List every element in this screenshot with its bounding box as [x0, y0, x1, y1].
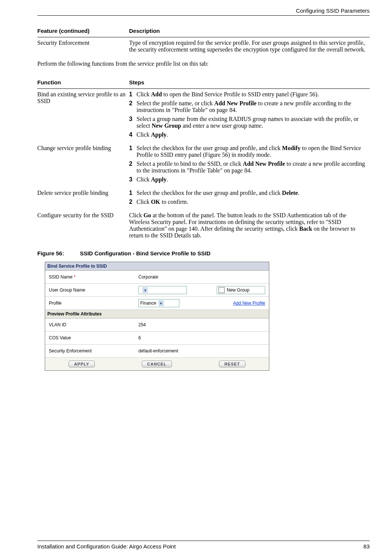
function-cell: Delete service profile binding	[37, 187, 129, 210]
function-cell: Configure security for the SSID	[37, 210, 129, 241]
page-header: Configuring SSID Parameters	[37, 7, 370, 16]
table-row: Delete service profile binding 1Select t…	[37, 187, 370, 210]
step-text: Select a profile to bind to the SSID, or…	[137, 161, 367, 174]
table-row: Configure security for the SSID Click Go…	[37, 210, 370, 241]
new-group-checkbox[interactable]	[219, 287, 225, 293]
vlan-id-label: VLAN ID	[47, 322, 138, 327]
steps-cell: 1Click Add to open the Bind Service Prof…	[129, 89, 370, 143]
ssid-name-value: Corporate	[138, 274, 158, 280]
step-number: 3	[129, 116, 137, 129]
step-number: 2	[129, 161, 137, 174]
description-cell: Type of encryption required for the serv…	[129, 37, 370, 56]
user-group-label: User Group Name	[47, 287, 138, 293]
vlan-id-value: 254	[138, 322, 146, 327]
security-enforcement-label: Security Enforcement	[47, 348, 138, 354]
step-text: Click Apply.	[137, 131, 367, 138]
step-text: Select the checkbox for the user group a…	[137, 190, 367, 196]
step-number: 1	[129, 91, 137, 98]
chevron-down-icon: ▾	[142, 287, 148, 293]
panel-title: Bind Service Profile to SSID	[45, 262, 269, 271]
step-number: 4	[129, 131, 137, 138]
col-header-description: Description	[129, 25, 370, 37]
step-number: 1	[129, 190, 137, 196]
table-row: Security Enforcement Type of encryption …	[37, 37, 370, 56]
step-text: Click Apply.	[137, 176, 367, 183]
step-number: 2	[129, 199, 137, 205]
step-text: Select the profile name, or click Add Ne…	[137, 100, 367, 113]
step-text: Click OK to confirm.	[137, 199, 367, 205]
function-table: Function Steps Bind an existing service …	[37, 76, 370, 241]
figure-title: SSID Configuration - Bind Service Profil…	[80, 250, 210, 256]
footer-left: Installation and Configuration Guide: Ai…	[37, 543, 176, 550]
cos-value: 6	[138, 335, 141, 340]
preview-section-header: Preview Profile Attributes	[45, 310, 269, 318]
ssid-name-label: SSID Name *	[47, 274, 138, 280]
figure-panel: Bind Service Profile to SSID SSID Name *…	[45, 262, 269, 371]
feature-table: Feature (continued) Description Security…	[37, 25, 370, 55]
figure-caption: Figure 56: SSID Configuration - Bind Ser…	[37, 250, 370, 256]
new-group-label: New Group	[227, 287, 250, 293]
feature-cell: Security Enforcement	[37, 37, 129, 56]
intro-text: Perform the following functions from the…	[37, 60, 370, 67]
step-number: 3	[129, 176, 137, 183]
step-number: 1	[129, 145, 137, 158]
steps-cell: 1Select the checkbox for the user group …	[129, 187, 370, 210]
table-row: Change service profile binding 1Select t…	[37, 143, 370, 187]
add-new-profile-link[interactable]: Add New Profile	[233, 301, 265, 306]
figure-label: Figure 56:	[37, 250, 78, 256]
steps-cell: Click Go at the bottom of the panel. The…	[129, 210, 370, 241]
user-group-select[interactable]: ▾	[138, 286, 187, 294]
security-enforcement-value: default-enforcement	[138, 348, 178, 354]
function-cell: Change service profile binding	[37, 143, 129, 187]
profile-label: Profile	[47, 301, 138, 306]
table-row: Bind an existing service profile to an S…	[37, 89, 370, 143]
step-text: Select a group name from the existing RA…	[137, 116, 367, 129]
function-cell: Bind an existing service profile to an S…	[37, 89, 129, 143]
step-text: Click Add to open the Bind Service Profi…	[137, 91, 367, 98]
steps-cell: 1Select the checkbox for the user group …	[129, 143, 370, 187]
col-header-feature: Feature (continued)	[37, 25, 129, 37]
col-header-steps: Steps	[129, 76, 370, 89]
page-number: 83	[363, 543, 370, 550]
profile-select[interactable]: Finance▾	[138, 299, 179, 307]
cos-value-label: COS Value	[47, 335, 138, 340]
chevron-down-icon: ▾	[159, 300, 164, 306]
step-text: Select the checkbox for the user group a…	[137, 145, 367, 158]
step-number: 2	[129, 100, 137, 113]
col-header-function: Function	[37, 76, 129, 89]
page-footer: Installation and Configuration Guide: Ai…	[37, 541, 370, 550]
cancel-button[interactable]: CANCEL	[142, 361, 172, 367]
reset-button[interactable]: RESET	[219, 361, 246, 367]
apply-button[interactable]: APPLY	[69, 361, 95, 367]
